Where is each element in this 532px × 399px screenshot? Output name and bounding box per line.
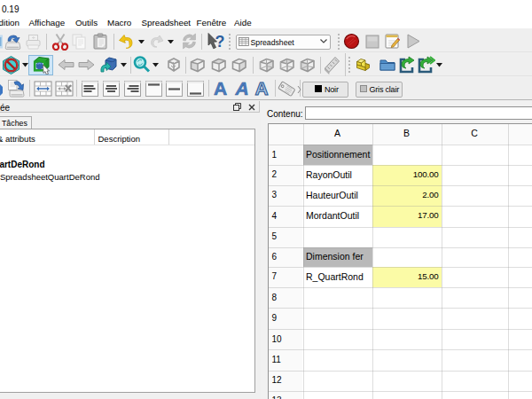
svg-text:A: A bbox=[254, 79, 268, 98]
svg-text:A: A bbox=[234, 79, 248, 98]
svg-text:A: A bbox=[214, 79, 227, 98]
